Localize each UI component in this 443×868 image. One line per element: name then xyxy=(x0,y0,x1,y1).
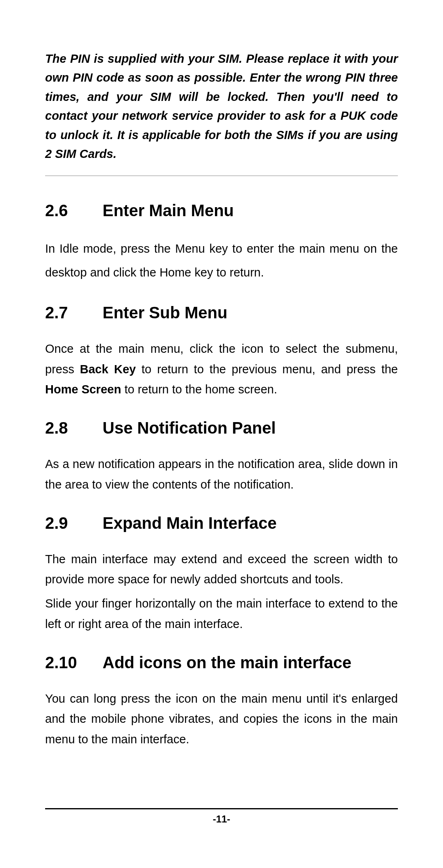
section-heading: 2.8 Use Notification Panel xyxy=(45,418,398,438)
section-heading: 2.7 Enter Sub Menu xyxy=(45,303,398,322)
section-divider xyxy=(45,176,398,176)
section-number: 2.9 xyxy=(45,513,103,533)
section-2-9: 2.9 Expand Main Interface The main inter… xyxy=(45,513,398,634)
bold-text: Home Screen xyxy=(45,383,121,396)
document-page: The PIN is supplied with your SIM. Pleas… xyxy=(0,0,443,749)
body-text-p2: Slide your finger horizontally on the ma… xyxy=(45,594,398,634)
section-heading: 2.9 Expand Main Interface xyxy=(45,513,398,533)
section-title: Use Notification Panel xyxy=(103,418,398,438)
section-number: 2.10 xyxy=(45,653,103,672)
section-title: Add icons on the main interface xyxy=(103,653,398,672)
body-text: Once at the main menu, click the icon to… xyxy=(45,339,398,400)
section-heading: 2.6 Enter Main Menu xyxy=(45,201,398,220)
section-number: 2.6 xyxy=(45,201,103,220)
intro-note-text: The PIN is supplied with your SIM. Pleas… xyxy=(45,49,398,163)
section-body: As a new notification appears in the not… xyxy=(45,454,398,495)
section-title: Enter Main Menu xyxy=(103,201,398,220)
section-2-8: 2.8 Use Notification Panel As a new noti… xyxy=(45,418,398,495)
section-body: Once at the main menu, click the icon to… xyxy=(45,339,398,400)
section-title: Enter Sub Menu xyxy=(103,303,398,322)
text-span: to return to the previous menu, and pres… xyxy=(136,363,398,376)
page-footer: -11- xyxy=(45,808,398,825)
section-body: You can long press the icon on the main … xyxy=(45,689,398,749)
body-text: You can long press the icon on the main … xyxy=(45,689,398,749)
section-2-6: 2.6 Enter Main Menu In Idle mode, press … xyxy=(45,201,398,284)
body-text-p1: The main interface may extend and exceed… xyxy=(45,549,398,590)
section-2-7: 2.7 Enter Sub Menu Once at the main menu… xyxy=(45,303,398,400)
section-body: In Idle mode, press the Menu key to ente… xyxy=(45,237,398,284)
body-text: As a new notification appears in the not… xyxy=(45,454,398,495)
section-body: The main interface may extend and exceed… xyxy=(45,549,398,634)
body-text: In Idle mode, press the Menu key to ente… xyxy=(45,237,398,284)
section-number: 2.8 xyxy=(45,418,103,438)
page-number: -11- xyxy=(45,813,398,825)
section-number: 2.7 xyxy=(45,303,103,322)
section-title: Expand Main Interface xyxy=(103,513,398,533)
bold-text: Back Key xyxy=(80,363,136,376)
section-heading: 2.10 Add icons on the main interface xyxy=(45,653,398,672)
section-2-10: 2.10 Add icons on the main interface You… xyxy=(45,653,398,749)
text-span: to return to the home screen. xyxy=(121,383,277,396)
footer-divider xyxy=(45,808,398,809)
